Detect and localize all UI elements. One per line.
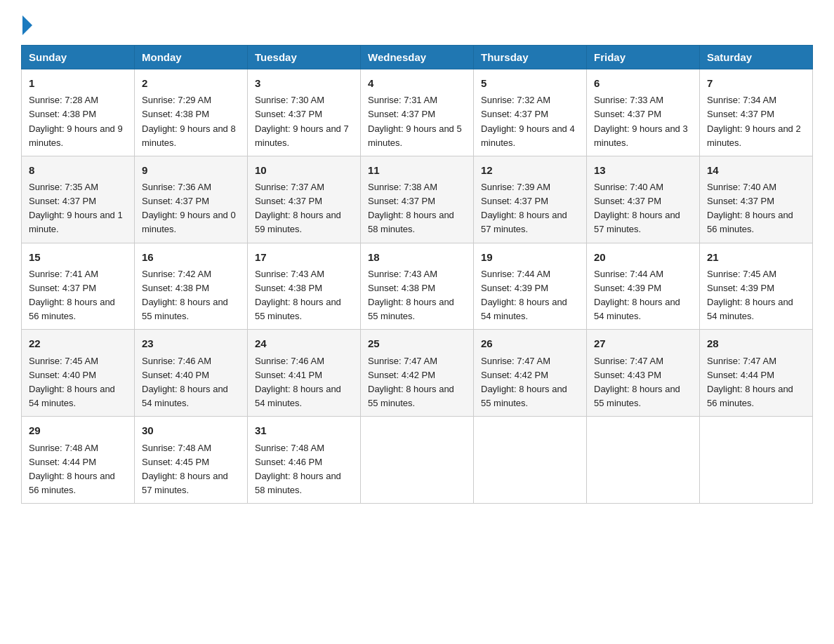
calendar-cell: 31Sunrise: 7:48 AMSunset: 4:46 PMDayligh… [248, 417, 361, 504]
calendar-cell [361, 417, 474, 504]
day-number: 6 [594, 75, 692, 91]
header-tuesday: Tuesday [248, 46, 361, 69]
calendar-week-row: 1Sunrise: 7:28 AMSunset: 4:38 PMDaylight… [22, 69, 813, 156]
day-number: 28 [707, 335, 805, 351]
header-monday: Monday [135, 46, 248, 69]
day-number: 7 [707, 75, 805, 91]
day-number: 19 [481, 249, 579, 265]
calendar-cell: 3Sunrise: 7:30 AMSunset: 4:37 PMDaylight… [248, 69, 361, 156]
day-number: 9 [142, 162, 240, 178]
logo [21, 14, 32, 31]
calendar-week-row: 22Sunrise: 7:45 AMSunset: 4:40 PMDayligh… [22, 330, 813, 417]
calendar-cell: 6Sunrise: 7:33 AMSunset: 4:37 PMDaylight… [587, 69, 700, 156]
calendar-cell: 24Sunrise: 7:46 AMSunset: 4:41 PMDayligh… [248, 330, 361, 417]
day-number: 25 [368, 335, 466, 351]
day-number: 31 [255, 422, 353, 438]
calendar-cell: 14Sunrise: 7:40 AMSunset: 4:37 PMDayligh… [700, 156, 813, 243]
day-number: 3 [255, 75, 353, 91]
day-number: 22 [29, 335, 127, 351]
day-number: 4 [368, 75, 466, 91]
day-number: 27 [594, 335, 692, 351]
calendar-week-row: 8Sunrise: 7:35 AMSunset: 4:37 PMDaylight… [22, 156, 813, 243]
calendar-cell: 25Sunrise: 7:47 AMSunset: 4:42 PMDayligh… [361, 330, 474, 417]
calendar-cell [700, 417, 813, 504]
day-number: 5 [481, 75, 579, 91]
day-number: 30 [142, 422, 240, 438]
calendar-cell: 22Sunrise: 7:45 AMSunset: 4:40 PMDayligh… [22, 330, 135, 417]
day-number: 24 [255, 335, 353, 351]
header-wednesday: Wednesday [361, 46, 474, 69]
calendar-cell: 13Sunrise: 7:40 AMSunset: 4:37 PMDayligh… [587, 156, 700, 243]
calendar-cell: 11Sunrise: 7:38 AMSunset: 4:37 PMDayligh… [361, 156, 474, 243]
header-thursday: Thursday [474, 46, 587, 69]
day-number: 14 [707, 162, 805, 178]
calendar-cell: 15Sunrise: 7:41 AMSunset: 4:37 PMDayligh… [22, 243, 135, 330]
calendar-cell: 28Sunrise: 7:47 AMSunset: 4:44 PMDayligh… [700, 330, 813, 417]
calendar-header-row: SundayMondayTuesdayWednesdayThursdayFrid… [22, 46, 813, 69]
calendar-cell: 2Sunrise: 7:29 AMSunset: 4:38 PMDaylight… [135, 69, 248, 156]
calendar-cell: 21Sunrise: 7:45 AMSunset: 4:39 PMDayligh… [700, 243, 813, 330]
calendar-week-row: 15Sunrise: 7:41 AMSunset: 4:37 PMDayligh… [22, 243, 813, 330]
day-number: 23 [142, 335, 240, 351]
day-number: 15 [29, 249, 127, 265]
day-number: 26 [481, 335, 579, 351]
calendar-table: SundayMondayTuesdayWednesdayThursdayFrid… [21, 45, 813, 504]
calendar-cell: 29Sunrise: 7:48 AMSunset: 4:44 PMDayligh… [22, 417, 135, 504]
header-sunday: Sunday [22, 46, 135, 69]
day-number: 13 [594, 162, 692, 178]
logo-arrow-icon [22, 15, 32, 35]
calendar-week-row: 29Sunrise: 7:48 AMSunset: 4:44 PMDayligh… [22, 417, 813, 504]
day-number: 10 [255, 162, 353, 178]
calendar-cell: 8Sunrise: 7:35 AMSunset: 4:37 PMDaylight… [22, 156, 135, 243]
calendar-cell: 4Sunrise: 7:31 AMSunset: 4:37 PMDaylight… [361, 69, 474, 156]
calendar-cell: 20Sunrise: 7:44 AMSunset: 4:39 PMDayligh… [587, 243, 700, 330]
day-number: 1 [29, 75, 127, 91]
calendar-cell [474, 417, 587, 504]
calendar-cell [587, 417, 700, 504]
calendar-cell: 7Sunrise: 7:34 AMSunset: 4:37 PMDaylight… [700, 69, 813, 156]
day-number: 21 [707, 249, 805, 265]
header-friday: Friday [587, 46, 700, 69]
day-number: 8 [29, 162, 127, 178]
calendar-cell: 17Sunrise: 7:43 AMSunset: 4:38 PMDayligh… [248, 243, 361, 330]
calendar-cell: 9Sunrise: 7:36 AMSunset: 4:37 PMDaylight… [135, 156, 248, 243]
day-number: 12 [481, 162, 579, 178]
calendar-cell: 23Sunrise: 7:46 AMSunset: 4:40 PMDayligh… [135, 330, 248, 417]
day-number: 20 [594, 249, 692, 265]
calendar-cell: 5Sunrise: 7:32 AMSunset: 4:37 PMDaylight… [474, 69, 587, 156]
day-number: 2 [142, 75, 240, 91]
calendar-cell: 1Sunrise: 7:28 AMSunset: 4:38 PMDaylight… [22, 69, 135, 156]
calendar-cell: 12Sunrise: 7:39 AMSunset: 4:37 PMDayligh… [474, 156, 587, 243]
calendar-cell: 19Sunrise: 7:44 AMSunset: 4:39 PMDayligh… [474, 243, 587, 330]
day-number: 18 [368, 249, 466, 265]
day-number: 16 [142, 249, 240, 265]
day-number: 11 [368, 162, 466, 178]
day-number: 17 [255, 249, 353, 265]
calendar-cell: 26Sunrise: 7:47 AMSunset: 4:42 PMDayligh… [474, 330, 587, 417]
page-header [21, 14, 813, 31]
day-number: 29 [29, 422, 127, 438]
calendar-cell: 27Sunrise: 7:47 AMSunset: 4:43 PMDayligh… [587, 330, 700, 417]
calendar-cell: 16Sunrise: 7:42 AMSunset: 4:38 PMDayligh… [135, 243, 248, 330]
logo-top [21, 14, 32, 35]
header-saturday: Saturday [700, 46, 813, 69]
calendar-cell: 10Sunrise: 7:37 AMSunset: 4:37 PMDayligh… [248, 156, 361, 243]
calendar-cell: 30Sunrise: 7:48 AMSunset: 4:45 PMDayligh… [135, 417, 248, 504]
calendar-cell: 18Sunrise: 7:43 AMSunset: 4:38 PMDayligh… [361, 243, 474, 330]
